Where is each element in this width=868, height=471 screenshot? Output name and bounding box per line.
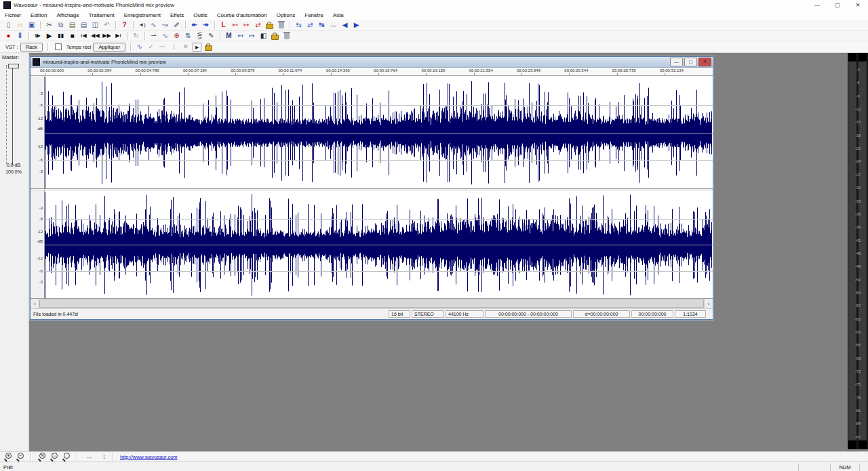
scroll-right-arrow[interactable]: › [704,299,713,308]
menu-affichage[interactable]: Affichage [52,10,83,20]
wavosaur-website-link[interactable]: http://www.wavosaur.com [120,454,178,460]
right-channel-waveview[interactable] [45,190,713,298]
go-to-start-icon[interactable]: I◀ [78,31,90,41]
snap-selection-icon[interactable]: ↹ [316,20,328,30]
db-scale-label: -12 [37,256,43,260]
maximize-button[interactable]: ▢ [827,0,848,10]
play-from-start-icon[interactable]: I▶ [32,31,43,41]
volume-envelope-icon[interactable]: ∿ [159,31,171,41]
close-button[interactable]: ✕ [848,0,868,10]
trim-icon[interactable]: ◫ [90,20,101,30]
select-right-icon[interactable]: ▶ [351,20,362,30]
fit-vertical-icon[interactable]: ↕ [98,452,110,462]
fit-horizontal-icon[interactable]: ↔ [83,452,95,462]
zoom-selection-right-icon[interactable]: ↠ [200,20,212,30]
menu-edition[interactable]: Edition [26,10,52,20]
delete-markers-icon[interactable] [281,31,292,41]
menu-courbe-d-automation[interactable]: Courbe d'automation [212,10,272,20]
scrollbar-thumb[interactable] [39,300,704,308]
play-selection-icon[interactable]: ⇀ [148,31,159,41]
minimize-button[interactable]: — [807,0,827,10]
expand-selection-icon[interactable]: ⇆ [293,20,304,30]
draw-wave-icon[interactable]: ✎ [205,31,217,41]
lock-automation-icon[interactable] [203,42,214,52]
copy-to-new-icon[interactable]: ⊕ [171,31,182,41]
next-marker-icon[interactable]: ↦ [246,31,258,41]
go-to-end-icon[interactable]: ▶I [113,31,124,41]
timeline-ruler[interactable]: 00:00:00:00000:00:02:39400:00:04:78900:0… [31,68,713,76]
shift-selection-icon[interactable]: ⇄ [304,20,316,30]
delete-loop-icon[interactable] [275,20,287,30]
loop-selection-icon[interactable]: ⇄ [252,20,264,30]
add-marker-icon[interactable]: M [223,31,235,41]
left-channel-waveview[interactable] [45,76,713,188]
meter-db-label: -69 [848,356,868,361]
previous-marker-icon[interactable]: ↤ [235,31,246,41]
paste-icon[interactable]: ▤ [66,20,78,30]
wave-window-titlebar[interactable]: mixaund-inspire-and-motivate PhonicMind … [31,57,713,68]
menu-fichier[interactable]: Fichier [0,10,26,20]
undo-icon[interactable]: ↶ [101,20,113,30]
wave-close-button[interactable]: ✕ [698,58,711,66]
loop-playback-icon[interactable]: ↻ [130,31,142,41]
forward-icon[interactable]: ▶▶ [101,31,113,41]
horizontal-scrollbar[interactable]: ‹ › [31,298,713,308]
zoom-selection-left-icon[interactable]: ↞ [189,20,200,30]
extend-selection-icon[interactable]: ↔ [328,20,339,30]
help-icon[interactable]: ? [119,20,130,30]
loop-start-icon[interactable]: L [218,20,229,30]
menubar: FichierEditionAffichageTraitementEnregis… [0,10,868,20]
zoom-in-icon[interactable]: + [3,453,12,462]
scroll-left-arrow[interactable]: ‹ [31,299,39,308]
loop-point-left-icon[interactable]: ↤ [229,20,241,30]
copy-icon[interactable]: ⧉ [55,20,66,30]
lock-markers-icon[interactable] [269,31,281,41]
curve-scale-icon[interactable]: ↕ [168,42,180,52]
record-icon[interactable]: ● [3,31,14,41]
vst-rack-button[interactable]: Rack [20,43,43,52]
statistics-icon[interactable]: ⋚ [194,31,205,41]
zoom-wave-icon[interactable]: ∿ [37,453,46,462]
menu-options[interactable]: Options [272,10,300,20]
meter-db-label: -27 [848,173,868,177]
vst-apply-button[interactable]: Appliquer [93,43,125,52]
swap-channels-icon[interactable]: ⇅ [182,31,194,41]
envelope-icon[interactable]: ↝ [159,20,171,30]
realtime-checkbox[interactable] [55,43,62,50]
select-left-icon[interactable]: ◀ [339,20,351,30]
paste-insert-icon[interactable]: ▤ [78,20,90,30]
menu-traitement[interactable]: Traitement [84,10,119,20]
menu-fen-tre[interactable]: Fenêtre [300,10,328,20]
pause-icon[interactable]: ▮▮ [55,31,66,41]
interpolate-icon[interactable]: ∿ [148,20,159,30]
rewind-icon[interactable]: ◀◀ [90,31,101,41]
stop-icon[interactable]: ■ [66,31,78,41]
loop-point-right-icon[interactable]: ↦ [241,20,252,30]
automation-curve-icon[interactable]: ∿ [134,42,145,52]
new-file-icon[interactable]: ▯ [3,20,14,30]
master-slider-handle[interactable] [8,64,19,68]
zoom-selection-icon[interactable]: ▫ [50,453,58,462]
master-slider-track[interactable] [12,65,13,165]
open-file-icon[interactable]: ▱ [14,20,26,30]
cut-icon[interactable]: ✂ [43,20,55,30]
record-pause-icon[interactable]: ‖ [14,31,26,41]
volume-icon[interactable]: ◄) [136,20,148,30]
menu-aide[interactable]: Aide [328,10,349,20]
menu-outils[interactable]: Outils [189,10,212,20]
validate-curve-icon[interactable]: ✓ [145,42,157,52]
lock-loop-icon[interactable] [264,20,275,30]
wave-maximize-button[interactable]: ▢ [684,58,697,66]
marker-view-icon[interactable]: ◧ [258,31,269,41]
wave-minimize-button[interactable]: — [670,58,683,66]
curve-points-icon[interactable]: ⋯ [157,42,168,52]
delete-curve-icon[interactable]: ✕ [180,42,191,52]
settings-wrench-icon[interactable] [171,20,182,30]
play-automation-icon[interactable]: ▶ [191,42,203,52]
play-icon[interactable]: ▶ [43,31,55,41]
zoom-all-icon[interactable] [62,453,71,462]
save-file-icon[interactable]: ▣ [26,20,37,30]
menu-enregistrement[interactable]: Enregistrement [119,10,165,20]
zoom-out-icon[interactable]: − [16,453,24,462]
menu-effets[interactable]: Effets [165,10,189,20]
